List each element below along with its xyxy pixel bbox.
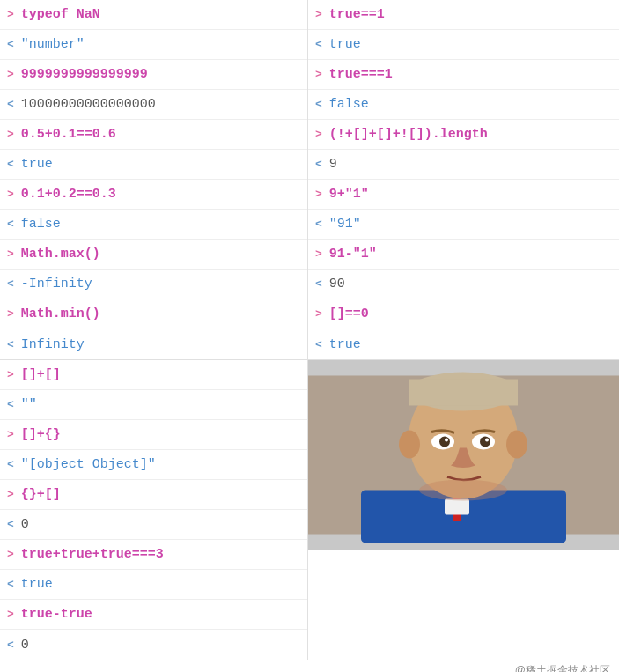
code-expression: 9999999999999999 [21, 67, 148, 82]
code-result: "" [21, 397, 37, 412]
svg-point-13 [480, 437, 490, 447]
svg-point-7 [506, 431, 527, 459]
input-arrow: > [315, 8, 322, 21]
output-arrow: < [315, 98, 322, 111]
code-expression: true+true+true===3 [21, 547, 164, 562]
code-result: Infinity [21, 337, 85, 352]
input-arrow: > [7, 488, 14, 501]
console-row: <false [308, 90, 619, 120]
console-row: >true+true+true===3 [0, 540, 307, 570]
code-expression: []+[] [21, 367, 61, 382]
output-arrow: < [7, 338, 14, 351]
input-arrow: > [315, 128, 322, 141]
console-row: <"number" [0, 30, 307, 60]
right-column: >true==1<true>true===1<false>(!+[]+[]+![… [308, 0, 619, 359]
output-arrow: < [7, 518, 14, 531]
output-arrow: < [7, 218, 14, 231]
code-result: 0 [21, 638, 29, 653]
input-arrow: > [315, 247, 322, 261]
console-row: <true [0, 150, 307, 180]
output-arrow: < [315, 218, 322, 231]
console-row: >{}+[] [0, 480, 307, 510]
console-row: <90 [308, 270, 619, 299]
code-expression: []+{} [21, 427, 61, 442]
console-row: <"[object Object]" [0, 450, 307, 480]
code-expression: true==1 [329, 7, 385, 22]
code-expression: 91-"1" [329, 247, 377, 262]
output-arrow: < [315, 158, 322, 171]
input-arrow: > [315, 188, 322, 201]
code-expression: 9+"1" [329, 187, 369, 202]
output-arrow: < [7, 458, 14, 471]
output-arrow: < [7, 98, 14, 111]
input-arrow: > [7, 8, 14, 21]
input-arrow: > [7, 68, 14, 81]
console-row: >91-"1" [308, 240, 619, 270]
console-row: >9+"1" [308, 180, 619, 210]
code-result: "[object Object]" [21, 457, 156, 472]
console-row: >0.5+0.1==0.6 [0, 120, 307, 150]
console-row: <"91" [308, 210, 619, 240]
svg-point-6 [399, 431, 420, 459]
console-row: <0 [0, 630, 307, 660]
watermark: @稀土掘金技术社区 [0, 660, 619, 672]
code-result: false [329, 97, 369, 112]
output-arrow: < [7, 398, 14, 411]
console-row: <false [0, 210, 307, 240]
code-expression: []==0 [329, 306, 369, 321]
output-arrow: < [7, 158, 14, 171]
console-row: >true-true [0, 600, 307, 630]
main-container: >typeof NaN<"number">9999999999999999<10… [0, 0, 619, 672]
console-row: <true [308, 30, 619, 60]
meme-face-svg [308, 360, 619, 550]
console-row: >[]+[] [0, 360, 307, 390]
console-row: >Math.max() [0, 240, 307, 270]
console-row: >true==1 [308, 0, 619, 30]
code-expression: Math.max() [21, 247, 100, 262]
meme-image: Thanks for inventing Javascript [308, 360, 619, 550]
code-expression: 0.5+0.1==0.6 [21, 127, 116, 142]
code-result: 90 [329, 277, 345, 292]
code-expression: typeof NaN [21, 7, 100, 22]
input-arrow: > [7, 188, 14, 201]
input-arrow: > [7, 608, 14, 621]
top-rows: >typeof NaN<"number">9999999999999999<10… [0, 0, 619, 359]
console-row: <9 [308, 150, 619, 180]
console-row: >typeof NaN [0, 0, 307, 30]
output-arrow: < [315, 38, 322, 51]
code-result: true [21, 577, 53, 592]
console-row: >Math.min() [0, 299, 307, 329]
code-result: 9 [329, 157, 337, 172]
console-row: >0.1+0.2==0.3 [0, 180, 307, 210]
code-expression: true===1 [329, 67, 393, 82]
input-arrow: > [7, 428, 14, 441]
code-result: "91" [329, 217, 361, 232]
code-result: true [329, 337, 361, 352]
console-row: <10000000000000000 [0, 90, 307, 120]
code-result: "number" [21, 37, 85, 52]
console-row: >(!+[]+[]+![]).length [308, 120, 619, 150]
console-row: <-Infinity [0, 270, 307, 299]
input-arrow: > [7, 548, 14, 561]
code-result: false [21, 217, 61, 232]
input-arrow: > [7, 307, 14, 321]
svg-rect-9 [409, 380, 518, 406]
console-row: >true===1 [308, 60, 619, 90]
bottom-right-column: Thanks for inventing Javascript [308, 360, 619, 660]
output-arrow: < [315, 338, 322, 351]
code-result: true [329, 37, 361, 52]
console-row: >[]+{} [0, 420, 307, 450]
console-row: <Infinity [0, 329, 307, 359]
code-result: -Infinity [21, 277, 92, 292]
input-arrow: > [315, 307, 322, 321]
output-arrow: < [7, 38, 14, 51]
input-arrow: > [7, 368, 14, 381]
code-expression: Math.min() [21, 306, 100, 321]
output-arrow: < [7, 639, 14, 652]
input-arrow: > [7, 128, 14, 141]
code-result: 10000000000000000 [21, 97, 156, 112]
input-arrow: > [315, 68, 322, 81]
console-row: <true [0, 570, 307, 600]
output-arrow: < [315, 277, 322, 291]
svg-point-15 [485, 439, 489, 442]
